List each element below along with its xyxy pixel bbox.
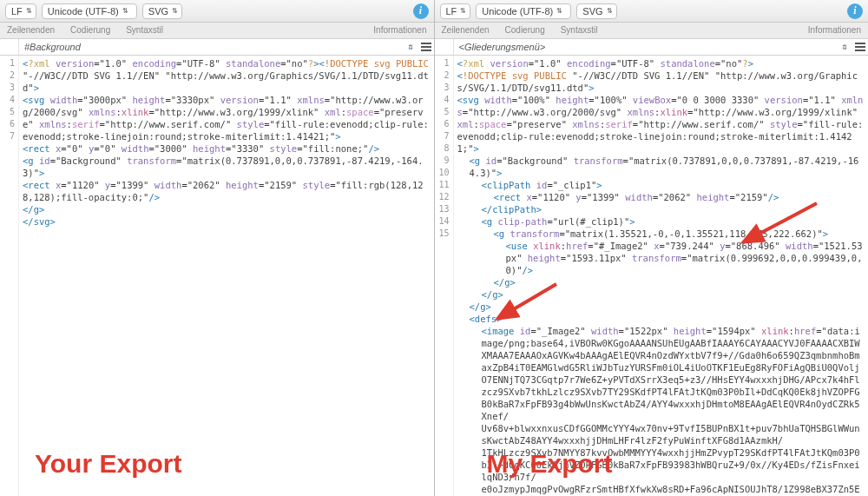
line-ending-select[interactable]: LF ⇅ <box>440 3 471 19</box>
symbol-navigator-text: <Gliederungsmenü> <box>459 42 546 52</box>
right-sub-toolbar: Zeilenenden Codierung Syntaxstil Informa… <box>435 23 869 38</box>
code-line[interactable]: </g> <box>23 203 431 215</box>
symbol-navigator[interactable]: <Gliederungsmenü> ⇅ <box>454 42 853 52</box>
right-editor-pane: LF ⇅ Unicode (UTF-8) ⇅ SVG ⇅ i Zeilenend… <box>435 0 869 496</box>
left-editor[interactable]: 1234567 <?xml version="1.0" encoding="UT… <box>0 56 434 496</box>
chevron-updown-icon: ⇅ <box>841 43 847 51</box>
sub-label-syntax: Syntaxstil <box>561 25 598 35</box>
chevron-updown-icon: ⇅ <box>556 7 562 15</box>
code-line[interactable]: </g> <box>457 288 865 301</box>
sub-label-info: Informationen <box>808 25 861 35</box>
code-line[interactable]: <g transform="matrix(1.35521,-0,-0,1.355… <box>457 228 865 240</box>
code-line[interactable]: 1TkHLzcz9SXvb7NMYY87kvvOwbMMMYYY4wxxhjjH… <box>457 446 865 483</box>
sub-label-lineendings: Zeilenenden <box>442 25 490 35</box>
code-area[interactable]: <?xml version="1.0" encoding="UTF-8" sta… <box>454 56 869 496</box>
code-line[interactable]: </g> <box>457 276 865 288</box>
encoding-select[interactable]: Unicode (UTF-8) ⇅ <box>42 3 137 19</box>
symbol-navigator-text: #Background <box>24 42 81 52</box>
symbol-navigator[interactable]: #Background ⇅ <box>19 42 418 52</box>
left-toolbar: LF ⇅ Unicode (UTF-8) ⇅ SVG ⇅ i <box>0 0 434 23</box>
sub-label-syntax: Syntaxstil <box>126 25 163 35</box>
right-editor[interactable]: 123456789101112131415 <?xml version="1.0… <box>435 56 869 496</box>
right-path-bar: <Gliederungsmenü> ⇅ <box>435 38 869 56</box>
info-icon[interactable]: i <box>413 3 429 19</box>
code-line[interactable]: <rect x="1120" y="1399" width="2062" hei… <box>457 191 865 203</box>
code-line[interactable]: </clipPath> <box>457 203 865 215</box>
chevron-updown-icon: ⇅ <box>407 43 413 51</box>
sub-label-encoding: Codierung <box>505 25 545 35</box>
code-line[interactable]: <?xml version="1.0" encoding="UTF-8" sta… <box>23 57 431 94</box>
sub-label-encoding: Codierung <box>70 25 110 35</box>
line-ending-value: LF <box>446 6 457 17</box>
code-line[interactable]: e0oJzmypJmqgPvOwgRFzrSmtHBfXfwkXw8sRD+Fa… <box>457 483 865 496</box>
info-icon[interactable]: i <box>847 3 863 19</box>
code-area[interactable]: <?xml version="1.0" encoding="UTF-8" sta… <box>19 56 434 496</box>
sub-label-lineendings: Zeilenenden <box>7 25 55 35</box>
line-ending-select[interactable]: LF ⇅ <box>5 3 36 19</box>
code-line[interactable]: Uv68v+blwxxnxusCDfGGOMMcYYY4wx70nv+9TvfI… <box>457 422 865 446</box>
filetype-value: SVG <box>148 6 168 17</box>
line-gutter: 1234567 <box>0 56 19 496</box>
code-line[interactable]: </g> <box>457 301 865 313</box>
chevron-updown-icon: ⇅ <box>26 7 32 15</box>
encoding-select[interactable]: Unicode (UTF-8) ⇅ <box>476 3 571 19</box>
line-gutter: 123456789101112131415 <box>435 56 454 496</box>
code-line[interactable]: <image id="_Image2" width="1522px" heigh… <box>457 325 865 422</box>
code-line[interactable]: <?xml version="1.0" encoding="UTF-8" sta… <box>457 57 865 69</box>
code-line[interactable]: <clipPath id="_clip1"> <box>457 179 865 191</box>
encoding-value: Unicode (UTF-8) <box>482 6 553 17</box>
menu-icon[interactable] <box>418 43 434 51</box>
code-line[interactable]: <svg width="100%" height="100%" viewBox=… <box>457 94 865 155</box>
chevron-updown-icon: ⇅ <box>122 7 128 15</box>
code-line[interactable]: <!DOCTYPE svg PUBLIC "-//W3C//DTD SVG 1.… <box>457 69 865 94</box>
line-ending-value: LF <box>11 6 23 17</box>
code-line[interactable]: <rect x="0" y="0" width="3000" height="3… <box>23 142 431 155</box>
code-line[interactable]: <g id="Background" transform="matrix(0.7… <box>457 155 865 179</box>
code-line[interactable]: </svg> <box>23 215 431 228</box>
chevron-updown-icon: ⇅ <box>172 7 178 15</box>
left-editor-pane: LF ⇅ Unicode (UTF-8) ⇅ SVG ⇅ i Zeilenend… <box>0 0 435 496</box>
filetype-select[interactable]: SVG ⇅ <box>142 3 182 19</box>
sub-label-info: Informationen <box>373 25 426 35</box>
filetype-value: SVG <box>582 6 602 17</box>
code-line[interactable]: <g id="Background" transform="matrix(0.7… <box>23 155 431 179</box>
right-toolbar: LF ⇅ Unicode (UTF-8) ⇅ SVG ⇅ i <box>435 0 869 23</box>
left-path-bar: #Background ⇅ <box>0 38 434 56</box>
encoding-value: Unicode (UTF-8) <box>48 6 119 17</box>
left-sub-toolbar: Zeilenenden Codierung Syntaxstil Informa… <box>0 23 434 38</box>
code-line[interactable]: <use xlink:href="#_Image2" x="739.244" y… <box>457 240 865 276</box>
filetype-select[interactable]: SVG ⇅ <box>576 3 616 19</box>
chevron-updown-icon: ⇅ <box>460 7 466 15</box>
code-line[interactable]: <rect x="1120" y="1399" width="2062" hei… <box>23 179 431 203</box>
menu-icon[interactable] <box>852 43 868 51</box>
chevron-updown-icon: ⇅ <box>607 7 613 15</box>
code-line[interactable]: <g clip-path="url(#_clip1)"> <box>457 215 865 228</box>
code-line[interactable]: <svg width="3000px" height="3330px" vers… <box>23 94 431 142</box>
code-line[interactable]: <defs> <box>457 313 865 325</box>
